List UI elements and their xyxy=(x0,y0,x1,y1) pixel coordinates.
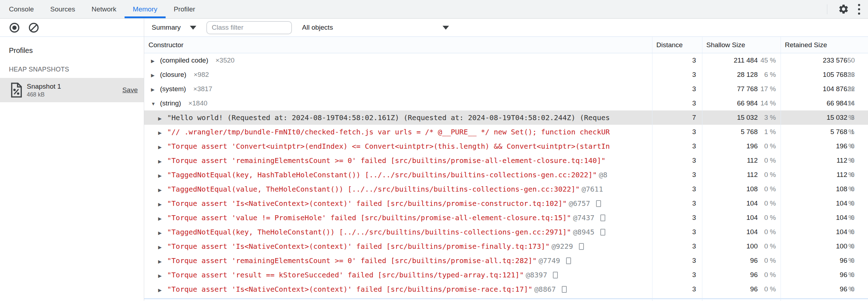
instance-count: ×3817 xyxy=(193,85,212,93)
object-id: @7437 xyxy=(573,213,594,222)
object-id: @7749 xyxy=(539,256,560,265)
table-row[interactable]: ▶ "Torque assert 'Is<NativeContext>(cont… xyxy=(144,239,868,253)
memory-panel-content: Profiles HEAP SNAPSHOTS Snapshot 1 468 k… xyxy=(0,37,868,301)
object-id: @9229 xyxy=(551,242,573,251)
table-row[interactable]: ▶ "Torque assert 'remainingElementsCount… xyxy=(144,153,868,168)
column-header-retained-size[interactable]: Retained Size xyxy=(781,37,868,53)
disclosure-triangle-icon[interactable]: ▶ xyxy=(158,283,165,297)
kebab-icon xyxy=(858,4,860,6)
disclosure-triangle-icon[interactable]: ▶ xyxy=(158,112,165,126)
memory-toolbar: Summary All objects xyxy=(0,19,868,37)
column-header-constructor[interactable]: Constructor xyxy=(144,41,652,49)
instance-count: ×3520 xyxy=(216,56,234,64)
snapshot-meta: Snapshot 1 468 kB xyxy=(27,83,61,98)
disclosure-triangle-icon[interactable]: ▶ xyxy=(151,83,158,97)
save-snapshot-link[interactable]: Save xyxy=(122,86,138,94)
sidebar-item-snapshot-1[interactable]: Snapshot 1 468 kB Save xyxy=(0,78,144,102)
string-value: "Torque assert 'Convert<uintptr>(endInde… xyxy=(167,142,610,150)
disclosure-triangle-icon[interactable]: ▶ xyxy=(158,197,165,212)
string-value: "Torque assert 'Is<NativeContext>(contex… xyxy=(167,285,533,293)
disclosure-triangle-icon[interactable]: ▶ xyxy=(158,169,165,183)
table-row[interactable]: ▶ "Torque assert 'result == kStoreSucced… xyxy=(144,268,868,282)
table-row[interactable]: ▶ "Hello world! (Requested at: 2024-08-1… xyxy=(144,110,868,125)
instance-count: ×1840 xyxy=(188,99,207,107)
record-icon xyxy=(9,22,20,33)
object-id: @6757 xyxy=(569,199,590,208)
disclosure-triangle-icon[interactable]: ▶ xyxy=(151,68,158,83)
table-row[interactable]: ▶ "Torque assert 'Is<NativeContext>(cont… xyxy=(144,196,868,211)
table-row[interactable]: ▶ "Torque assert 'value != PromiseHole' … xyxy=(144,211,868,225)
tab-console[interactable]: Console xyxy=(1,0,42,18)
settings-button[interactable] xyxy=(837,3,850,16)
string-value: "Hello world! (Requested at: 2024-08-19T… xyxy=(167,113,610,122)
gear-icon xyxy=(838,4,849,15)
more-options-button[interactable] xyxy=(858,4,860,15)
tab-memory[interactable]: Memory xyxy=(125,0,166,18)
table-row[interactable]: ▶ "TaggedNotEqual(key, TheHoleConstant()… xyxy=(144,225,868,239)
class-filter-input[interactable] xyxy=(206,21,292,34)
reveal-icon[interactable] xyxy=(553,272,558,278)
table-row[interactable]: ▶ (closure) ×982 3 28 128 6 % 105 768 23… xyxy=(144,68,868,82)
disclosure-triangle-icon[interactable]: ▶ xyxy=(158,226,165,240)
string-value: "TaggedNotEqual(key, TheHoleConstant()) … xyxy=(167,228,571,236)
table-row[interactable]: ▶ "TaggedNotEqual(value, TheHoleConstant… xyxy=(144,182,868,196)
perspective-select[interactable]: Summary xyxy=(152,24,196,31)
table-row[interactable]: ▶ "Torque assert 'Convert<uintptr>(endIn… xyxy=(144,139,868,153)
column-header-shallow-size[interactable]: Shallow Size xyxy=(702,37,781,53)
chevron-down-icon xyxy=(190,26,196,30)
table-row[interactable]: ▶ "Torque assert 'Is<NativeContext>(cont… xyxy=(144,282,868,296)
tab-network[interactable]: Network xyxy=(83,0,125,18)
tab-profiler[interactable]: Profiler xyxy=(166,0,203,18)
column-header-distance[interactable]: Distance xyxy=(652,37,702,53)
heap-snapshot-view: Constructor Distance Shallow Size Retain… xyxy=(144,37,868,301)
reveal-icon[interactable] xyxy=(562,286,567,293)
heap-table-body: ▶ (compiled code) ×3520 3 211 484 45 % 2… xyxy=(144,53,868,296)
string-value: "Torque assert 'remainingElementsCount >… xyxy=(167,156,605,165)
table-row[interactable]: ▶ (system) ×3817 3 77 768 17 % 104 876 2… xyxy=(144,82,868,96)
table-row[interactable]: ▼ (string) ×1840 3 66 984 14 % 66 984 14… xyxy=(144,96,868,110)
disclosure-triangle-icon[interactable]: ▶ xyxy=(158,240,165,255)
reveal-icon[interactable] xyxy=(600,214,605,221)
disclosure-triangle-icon[interactable]: ▶ xyxy=(158,126,165,140)
disclosure-triangle-icon[interactable]: ▶ xyxy=(158,269,165,283)
reveal-icon[interactable] xyxy=(566,257,571,264)
heap-snapshot-document-icon xyxy=(10,83,22,98)
string-value: "// .wrangler/tmp/bundle-FmNIt0/checked-… xyxy=(167,128,610,136)
take-snapshot-button[interactable] xyxy=(7,21,21,34)
disclosure-triangle-icon[interactable]: ▶ xyxy=(158,212,165,226)
disclosure-triangle-icon[interactable]: ▶ xyxy=(158,183,165,197)
string-value: "Torque assert 'result == kStoreSucceded… xyxy=(167,271,524,279)
clear-profiles-button[interactable] xyxy=(27,21,40,34)
constructor-name: (compiled code) xyxy=(160,56,208,64)
tab-sources[interactable]: Sources xyxy=(42,0,84,18)
table-row[interactable]: ▶ "Torque assert 'remainingElementsCount… xyxy=(144,253,868,268)
object-scope-value: All objects xyxy=(302,24,333,31)
table-row[interactable]: ▶ (compiled code) ×3520 3 211 484 45 % 2… xyxy=(144,53,868,68)
table-row[interactable]: ▶ "TaggedNotEqual(key, HashTableHoleCons… xyxy=(144,168,868,182)
object-id: @7611 xyxy=(582,185,603,193)
disclosure-triangle-icon[interactable]: ▶ xyxy=(158,140,165,154)
view-toolbar: Summary All objects xyxy=(144,19,868,36)
object-scope-select[interactable]: All objects xyxy=(302,24,449,31)
object-id: @8 xyxy=(599,171,607,179)
disclosure-triangle-icon[interactable]: ▶ xyxy=(158,255,165,269)
table-row[interactable]: ▶ "// .wrangler/tmp/bundle-FmNIt0/checke… xyxy=(144,125,868,139)
string-value: "Torque assert 'value != PromiseHole' fa… xyxy=(167,213,571,222)
disclosure-triangle-icon[interactable]: ▶ xyxy=(151,54,158,68)
object-id: @8945 xyxy=(573,228,594,236)
object-id: @8867 xyxy=(534,285,556,293)
string-value: "Torque assert 'remainingElementsCount >… xyxy=(167,256,537,265)
disclosure-triangle-icon[interactable]: ▶ xyxy=(158,154,165,169)
reveal-icon[interactable] xyxy=(600,229,605,236)
string-value: "TaggedNotEqual(key, HashTableHoleConsta… xyxy=(167,171,597,179)
constructor-name: (system) xyxy=(160,85,186,93)
panel-tabs: Console Sources Network Memory Profiler xyxy=(1,0,203,18)
chevron-down-icon xyxy=(443,26,449,30)
snapshot-name: Snapshot 1 xyxy=(27,83,61,90)
profiles-sidebar: Profiles HEAP SNAPSHOTS Snapshot 1 468 k… xyxy=(0,37,144,301)
snapshot-size: 468 kB xyxy=(27,92,61,98)
reveal-icon[interactable] xyxy=(596,200,601,207)
instance-count: ×982 xyxy=(193,71,209,78)
disclosure-triangle-icon[interactable]: ▼ xyxy=(151,97,158,111)
reveal-icon[interactable] xyxy=(579,243,584,250)
